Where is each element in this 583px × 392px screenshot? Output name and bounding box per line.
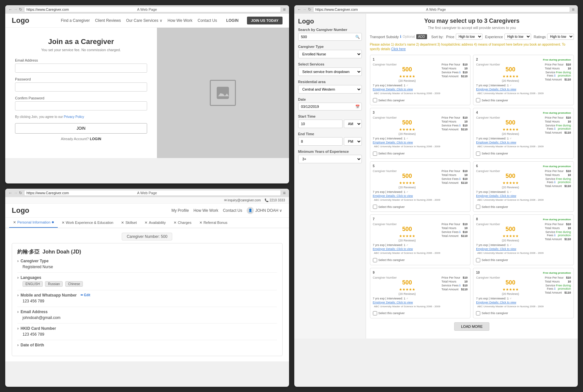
join-title: Join as a Caregiver	[15, 37, 147, 46]
card-employer-8: Employer Details: Click to view	[476, 247, 545, 251]
card-layout-7: Caregiver Number 500 ★★★★★ (20 Reviews) …	[373, 223, 468, 256]
load-more-button[interactable]: LOAD MORE	[454, 322, 489, 331]
join-submit-button[interactable]: JOIN	[15, 123, 147, 134]
min-exp-field: Minimum Years of Experience 3+ 1+ 5+	[298, 150, 362, 163]
card-checkbox-1[interactable]	[373, 98, 377, 102]
back-arrow-search[interactable]: ←	[298, 7, 301, 12]
profile-nav-contact-us[interactable]: Contact Us	[223, 208, 242, 213]
start-ampm-select[interactable]: AM PM	[344, 120, 362, 128]
user-avatar: 👤	[247, 207, 254, 214]
refresh-btn-profile[interactable]: ↻	[19, 191, 22, 195]
menu-icon-join[interactable]: ≡	[283, 7, 285, 12]
search-logo: Logo	[298, 18, 314, 25]
profile-window: A Web Page ← → ↻ https://www.Caregiver.c…	[5, 189, 289, 387]
search-heading: You may select up to 3 Caregivers	[370, 18, 574, 24]
ratings-sort: Ratings High to low Low to high	[534, 34, 574, 40]
card-checkbox-7[interactable]	[373, 258, 377, 262]
back-arrow[interactable]: ←	[8, 7, 12, 12]
tab-availability[interactable]: ✕ Availability	[141, 218, 170, 227]
password-input[interactable]	[15, 82, 147, 92]
experience-sort-select[interactable]: High to low Low to high	[504, 34, 531, 40]
card-checkbox-8[interactable]	[476, 258, 480, 262]
card-left-3: Caregiver Number 500 ★★★★★ (20 Reviews) …	[373, 116, 442, 149]
tab-check-referral: ✕	[199, 221, 202, 225]
click-here-link[interactable]: Click here	[391, 47, 406, 51]
tab-charges[interactable]: ✕ Charges	[170, 218, 195, 227]
forward-arrow-profile[interactable]: →	[14, 191, 18, 195]
date-input[interactable]	[298, 103, 362, 110]
nav-join-btn[interactable]: JOIN US TODAY	[247, 17, 282, 24]
nav-login-btn[interactable]: LOGIN	[226, 18, 238, 23]
caregiver-type-select[interactable]: Enrolled Nurse Registered Nurse	[298, 50, 362, 58]
nav-our-care-services[interactable]: Our Care Services ∨	[126, 18, 162, 23]
profile-nav-my-profile[interactable]: My Profile	[172, 208, 189, 213]
ratings-sort-select[interactable]: High to low Low to high	[547, 34, 574, 40]
menu-icon-search[interactable]: ≡	[572, 7, 575, 12]
card-checkbox-9[interactable]	[373, 311, 377, 315]
experience-sort: Experience High to low Low to high	[485, 34, 531, 40]
transport-info-icon[interactable]: ℹ	[400, 35, 401, 39]
nav-contact-us[interactable]: Contact Us	[198, 18, 217, 23]
mobile-edit-link[interactable]: ✏ Edit	[81, 293, 90, 297]
user-icon: 👤	[248, 209, 252, 212]
tab-label-work: Work Experience & Education	[66, 221, 114, 225]
tab-personal-information[interactable]: ✕ Personal Information	[9, 218, 58, 228]
tab-label-personal: Personal Information	[17, 220, 51, 224]
card-checkbox-2[interactable]	[476, 98, 480, 102]
tab-skillset[interactable]: ✕ Skillset	[117, 218, 141, 227]
ratings-sort-label: Ratings	[534, 35, 546, 39]
tab-check-charges: ✕	[174, 221, 176, 225]
card-checkbox-3[interactable]	[373, 152, 377, 156]
forward-arrow[interactable]: →	[14, 7, 18, 12]
card-index-4: 4	[476, 111, 478, 114]
forward-arrow-search[interactable]: →	[303, 7, 307, 12]
card-education-2: ABC University Master of Science in Nurs…	[476, 92, 545, 95]
profile-nav-how-we-work[interactable]: How We Work	[193, 208, 218, 213]
nav-find-caregiver[interactable]: Find a Caregiver	[61, 18, 90, 23]
end-time-label: End Time	[298, 132, 362, 136]
nav-how-we-work[interactable]: How We Work	[168, 18, 192, 23]
refresh-btn[interactable]: ↻	[19, 7, 22, 12]
chevron-right-icon: ›	[17, 259, 19, 263]
card-checkbox-10[interactable]	[476, 311, 480, 315]
tab-work-experience[interactable]: ✕ Work Experience & Education	[58, 218, 117, 227]
search-icon: 🔍	[355, 35, 360, 39]
caregiver-type-header: › Caregiver Type	[17, 259, 277, 263]
email-input[interactable]	[15, 64, 147, 73]
card-select-4: Select this caregiver	[476, 152, 571, 156]
refresh-btn-search[interactable]: ↻	[308, 7, 311, 12]
end-ampm-select[interactable]: AM PM	[344, 137, 362, 146]
email-value-profile: johndoah@gmail.com	[17, 315, 277, 320]
card-layout-4: Caregiver Number 500 ★★★★★ (20 Reviews) …	[476, 116, 571, 149]
card-checkbox-6[interactable]	[476, 205, 480, 209]
confirm-label: Confirm Password	[15, 96, 147, 100]
caregiver-number-input[interactable]	[298, 33, 362, 41]
login-link[interactable]: LOGIN	[90, 137, 101, 141]
start-time-input[interactable]	[298, 120, 343, 128]
sort-by-label: Sort by:	[431, 35, 444, 39]
nav-client-reviews[interactable]: Client Reviews	[95, 18, 121, 23]
card-left-10: Caregiver Number 500 ★★★★★ (20 Reviews) …	[476, 276, 545, 309]
end-time-input[interactable]	[298, 137, 343, 146]
card-exp-4: 7 yrs exp | Interviewed: 1 ♂	[476, 137, 545, 140]
privacy-policy-link[interactable]: Privacy Policy	[64, 115, 84, 119]
tab-referral-bonus[interactable]: ✕ Referral Bonus	[195, 218, 231, 227]
add-transport-btn[interactable]: ADD	[416, 34, 427, 39]
confirm-input[interactable]	[15, 101, 147, 110]
services-select[interactable]: Select service from dropdown	[298, 67, 362, 76]
caregiver-card-3: 3 Caregiver Number 500 ★★★★★ (20 Reviews…	[370, 108, 471, 158]
menu-icon-profile[interactable]: ≡	[283, 190, 285, 196]
price-sort-select[interactable]: High to low Low to high	[456, 34, 483, 40]
min-exp-select[interactable]: 3+ 1+ 5+	[298, 155, 362, 163]
card-checkbox-4[interactable]	[476, 152, 480, 156]
card-checkbox-5[interactable]	[373, 205, 377, 209]
join-caregiver-window: A Web Page ← → ↻ https://www.Caregiver.c…	[5, 5, 289, 183]
profile-user-menu[interactable]: 👤 JOHN DOAH ∨	[247, 207, 282, 214]
card-exp-2: 7 yrs exp | Interviewed: 1 ♂	[476, 84, 545, 87]
card-layout-9: Caregiver Number 500 ★★★★★ (20 Reviews) …	[373, 276, 468, 309]
dob-label: Date of Birth	[21, 343, 44, 347]
card-reviews-1: (20 Reviews)	[373, 79, 442, 82]
back-arrow-profile[interactable]: ←	[8, 191, 12, 195]
residential-select[interactable]: Central and Western	[298, 85, 362, 94]
divider-5	[17, 340, 277, 340]
